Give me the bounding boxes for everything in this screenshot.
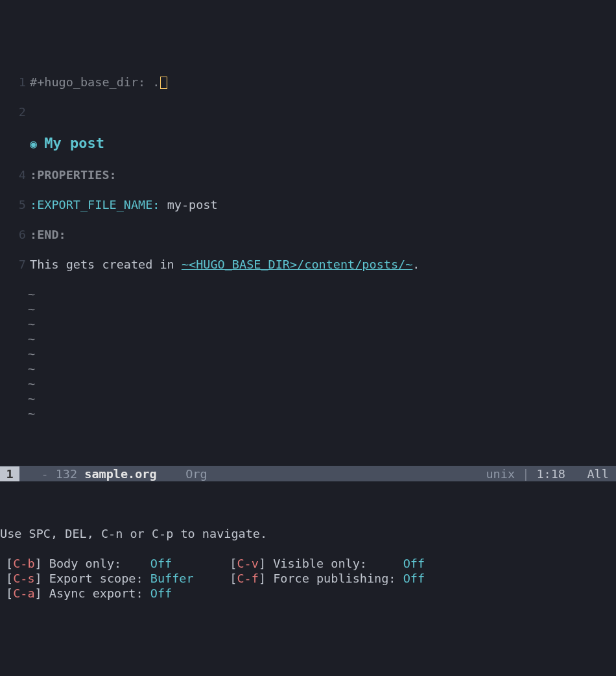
option-key[interactable]: C-f <box>237 572 258 585</box>
property-value: my-post <box>167 198 218 211</box>
line-number: 5 <box>0 197 30 212</box>
empty-line-tilde: ~ <box>0 302 35 316</box>
empty-line-tilde: ~ <box>0 287 35 301</box>
modeline-top: 1 - 132 sample.org Orgunix | 1:18 All <box>0 466 616 481</box>
option-state: Off <box>150 586 172 600</box>
org-link[interactable]: ~<HUGO_BASE_DIR>/content/posts/~ <box>182 258 412 271</box>
option-state: Off <box>150 557 172 570</box>
hugo-directive: #+hugo_base_dir: . <box>30 75 160 89</box>
export-dispatcher[interactable]: Use SPC, DEL, C-n or C-p to navigate. [C… <box>0 511 616 676</box>
option-key[interactable]: C-v <box>237 557 258 570</box>
line-number: 6 <box>0 227 30 242</box>
option-state: Off <box>403 557 425 570</box>
major-mode: Org <box>185 466 207 481</box>
body-text: . <box>412 258 420 271</box>
line-number: 2 <box>0 104 30 119</box>
body-text: This gets created in <box>30 258 182 271</box>
option-key[interactable]: C-s <box>13 572 34 585</box>
empty-line-tilde: ~ <box>0 317 35 331</box>
properties-end: :END: <box>30 228 66 241</box>
cursor <box>160 77 167 89</box>
window-number: 1 <box>0 466 19 481</box>
editor-pane[interactable]: 1#+hugo_base_dir: . 2 ◉ My post 4:PROPER… <box>0 60 616 436</box>
properties-begin: :PROPERTIES: <box>30 168 117 182</box>
buffer-filename: sample.org <box>84 466 156 481</box>
property-key: :EXPORT_FILE_NAME: <box>30 198 160 211</box>
org-bullet-icon: ◉ <box>30 137 37 151</box>
nav-hint: Use SPC, DEL, C-n or C-p to navigate. <box>0 526 616 541</box>
option-state: Off <box>403 572 425 585</box>
empty-line-tilde: ~ <box>0 407 35 420</box>
option-state: Buffer <box>150 572 194 585</box>
empty-line-tilde: ~ <box>0 332 35 346</box>
empty-line-tilde: ~ <box>0 347 35 361</box>
line-number: 1 <box>0 75 30 90</box>
line-number: 4 <box>0 167 30 182</box>
line-number: 7 <box>0 257 30 272</box>
empty-line-tilde: ~ <box>0 392 35 405</box>
empty-line-tilde: ~ <box>0 362 35 376</box>
option-key[interactable]: C-b <box>13 557 34 570</box>
option-key[interactable]: C-a <box>13 586 34 600</box>
empty-line-tilde: ~ <box>0 377 35 391</box>
org-heading: My post <box>44 135 104 151</box>
